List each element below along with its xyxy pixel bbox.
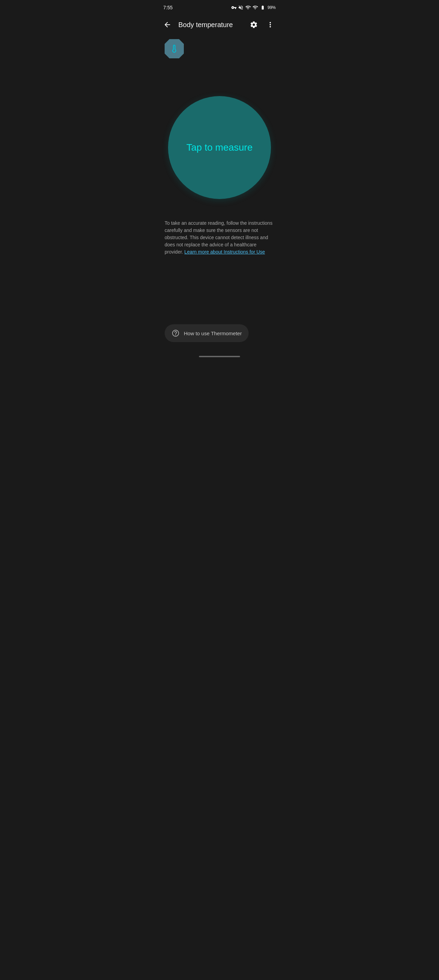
settings-button[interactable] [246, 16, 262, 33]
key-icon [231, 5, 237, 10]
mute-icon [238, 5, 244, 10]
spacer [158, 266, 281, 317]
how-to-label: How to use Thermometer [184, 331, 242, 336]
back-arrow-icon [163, 21, 171, 29]
more-options-button[interactable] [262, 16, 279, 33]
how-to-thermometer-button[interactable]: How to use Thermometer [165, 324, 249, 342]
battery-icon [259, 5, 266, 10]
wifi-icon [245, 5, 251, 10]
more-vertical-icon [266, 21, 274, 29]
settings-icon [250, 21, 258, 29]
page-title: Body temperature [178, 21, 246, 29]
signal-icon [252, 5, 258, 10]
instructions-link[interactable]: Learn more about Instructions for Use [184, 249, 265, 255]
thermometer-badge [165, 39, 184, 58]
battery-percentage: 99% [268, 5, 276, 10]
back-button[interactable] [159, 16, 176, 33]
status-bar: 7:55 99% [158, 0, 281, 14]
thermometer-icon [170, 44, 179, 54]
tap-to-measure-button[interactable]: Tap to measure [168, 96, 271, 199]
app-bar-actions [246, 16, 279, 33]
help-circle-icon [171, 329, 180, 337]
app-bar: Body temperature [158, 14, 281, 36]
bottom-section: How to use Thermometer [158, 317, 281, 352]
tap-to-measure-label: Tap to measure [187, 142, 253, 153]
thermometer-badge-container [158, 36, 281, 62]
nav-pill [199, 356, 240, 357]
nav-bar [158, 352, 281, 364]
status-icons: 99% [231, 5, 276, 10]
status-time: 7:55 [163, 5, 173, 10]
disclaimer-text: To take an accurate reading, follow the … [165, 220, 274, 256]
